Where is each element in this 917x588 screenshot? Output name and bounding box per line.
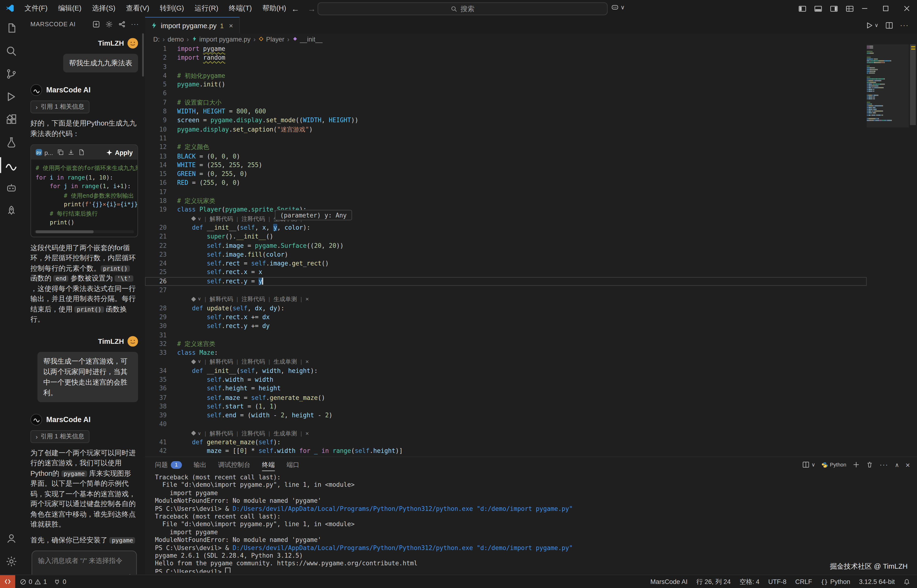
tab-import-pygame[interactable]: import pygame.py 1 ×	[145, 17, 239, 34]
settings-gear-icon[interactable]	[0, 550, 22, 573]
codelens-close-icon[interactable]: ×	[306, 295, 309, 304]
account-icon[interactable]	[0, 527, 22, 550]
marscode-lens-icon[interactable]	[191, 216, 196, 221]
codelens-action[interactable]: 注释代码	[241, 214, 265, 223]
status-marscode[interactable]: MarsCode AI	[650, 578, 688, 585]
breadcrumb-symbol-class[interactable]: Player	[259, 36, 284, 42]
split-editor-icon[interactable]	[885, 21, 893, 29]
marscode-ai-icon[interactable]	[0, 154, 22, 176]
menu-item[interactable]: 选择(S)	[87, 0, 121, 17]
menu-item[interactable]: 文件(F)	[19, 0, 53, 17]
panel-tab-terminal[interactable]: 终端	[262, 457, 275, 472]
menu-item[interactable]: 帮助(H)	[257, 0, 291, 17]
insert-at-cursor-icon[interactable]	[68, 149, 74, 155]
close-panel-icon[interactable]: ×	[906, 460, 910, 469]
terminal-output[interactable]: Traceback (most recent call last): File …	[155, 473, 911, 573]
explorer-icon[interactable]	[0, 17, 22, 40]
chevron-down-icon[interactable]: ∨	[812, 462, 815, 467]
forward-icon[interactable]: →	[308, 4, 316, 13]
share-icon[interactable]	[118, 20, 126, 28]
chevron-down-icon[interactable]: ∨	[875, 22, 878, 28]
menu-item[interactable]: 查看(V)	[121, 0, 155, 17]
chat-scrollbar[interactable]	[142, 34, 144, 77]
codelens-action[interactable]: 解释代码	[210, 295, 233, 304]
new-terminal-icon[interactable]	[853, 461, 860, 468]
chat-settings-gear-icon[interactable]	[105, 20, 113, 28]
problems-summary[interactable]: 0 1	[20, 578, 47, 585]
reference-collapse[interactable]: › 引用 1 相关信息	[30, 430, 90, 443]
extensions-icon[interactable]	[0, 108, 22, 131]
codelens-action[interactable]: 生成单测	[273, 295, 297, 304]
status-encoding[interactable]: UTF-8	[768, 578, 786, 585]
codelens-action[interactable]: 注释代码	[241, 429, 265, 438]
code-horizontal-scrollbar[interactable]	[34, 230, 134, 233]
run-and-debug-icon[interactable]	[0, 85, 22, 108]
new-file-icon[interactable]	[78, 149, 84, 155]
split-terminal[interactable]: ∨	[802, 461, 815, 468]
maximize-panel-icon[interactable]: ∧	[895, 462, 899, 468]
codelens-action[interactable]: 注释代码	[241, 295, 265, 304]
rocket-icon[interactable]	[0, 199, 22, 222]
status-cursor-position[interactable]: 行 26, 列 24	[696, 577, 731, 586]
more-actions-icon[interactable]: ···	[131, 21, 139, 27]
breadcrumb-file[interactable]: import pygame.py	[192, 36, 251, 42]
remote-indicator[interactable]	[0, 575, 15, 588]
more-actions-icon[interactable]: ···	[880, 460, 888, 468]
status-python-version[interactable]: 3.12.5 64-bit	[859, 578, 895, 585]
panel-tab-ports[interactable]: 端口	[287, 457, 299, 472]
chat-input-box[interactable]: 输入消息或者 "/" 来选择指令 #	[32, 551, 137, 575]
chevron-down-icon[interactable]: ∨	[198, 214, 201, 223]
copy-icon[interactable]	[57, 149, 63, 155]
testing-icon[interactable]	[0, 131, 22, 153]
close-icon[interactable]	[896, 0, 917, 17]
menu-item[interactable]: 编辑(E)	[53, 0, 87, 17]
minimize-icon[interactable]	[854, 0, 875, 17]
codelens-action[interactable]: 解释代码	[210, 357, 233, 366]
ai-assistant-icon[interactable]	[0, 176, 22, 199]
customize-layout-icon[interactable]	[846, 4, 854, 13]
apply-button[interactable]: Apply	[107, 149, 133, 156]
marscode-lens-icon[interactable]	[191, 297, 196, 302]
more-actions-icon[interactable]: ···	[900, 21, 909, 29]
terminal-profile[interactable]: Python	[822, 462, 846, 468]
panel-tab-debug-console[interactable]: 调试控制台	[218, 457, 250, 472]
reference-collapse[interactable]: › 引用 1 相关信息	[30, 100, 90, 113]
breadcrumb-symbol-method[interactable]: __init__	[293, 36, 322, 42]
codelens-action[interactable]: 生成单测	[273, 429, 297, 438]
toggle-panel-icon[interactable]	[814, 4, 822, 13]
chevron-down-icon[interactable]: ∨	[198, 357, 201, 366]
search-sidebar-icon[interactable]	[0, 40, 22, 62]
copilot-menu[interactable]: ∨	[611, 3, 625, 11]
tab-close-icon[interactable]: ×	[229, 21, 233, 29]
codelens-action[interactable]: 解释代码	[210, 214, 233, 223]
codelens-close-icon[interactable]: ×	[306, 357, 309, 366]
chevron-down-icon[interactable]: ∨	[198, 429, 201, 438]
minimap[interactable]	[867, 45, 909, 457]
editor-scrollbar-thumb[interactable]	[910, 44, 916, 125]
toggle-secondary-sidebar-icon[interactable]	[830, 4, 838, 13]
panel-tab-output[interactable]: 输出	[194, 457, 206, 472]
status-language[interactable]: {}Python	[821, 578, 850, 585]
marscode-lens-icon[interactable]	[191, 431, 196, 436]
editor-scrollbar[interactable]	[909, 44, 917, 457]
marscode-lens-icon[interactable]	[191, 359, 196, 364]
chevron-down-icon[interactable]: ∨	[198, 295, 201, 304]
notifications-bell-icon[interactable]	[904, 578, 910, 585]
codelens-action[interactable]: 解释代码	[210, 429, 233, 438]
menu-item[interactable]: 运行(R)	[189, 0, 223, 17]
kill-terminal-trash-icon[interactable]	[866, 461, 873, 468]
status-indentation[interactable]: 空格: 4	[739, 577, 760, 586]
command-search-box[interactable]: 搜索	[317, 2, 607, 15]
codelens-close-icon[interactable]: ×	[306, 429, 309, 438]
menu-item[interactable]: 转到(G)	[155, 0, 189, 17]
toggle-primary-sidebar-icon[interactable]	[798, 4, 806, 13]
code-editor[interactable]: 1import pygame2import random34# 初始化pygam…	[145, 44, 917, 457]
breadcrumb-drive[interactable]: D:	[153, 36, 160, 42]
run-python-file[interactable]: ∨	[866, 21, 878, 29]
codelens-action[interactable]: 注释代码	[241, 357, 265, 366]
status-eol[interactable]: CRLF	[795, 578, 812, 585]
breadcrumb-folder[interactable]: demo	[168, 36, 184, 42]
source-control-icon[interactable]	[0, 63, 22, 85]
ports-indicator[interactable]: 0	[54, 578, 66, 585]
maximize-icon[interactable]	[875, 0, 896, 17]
